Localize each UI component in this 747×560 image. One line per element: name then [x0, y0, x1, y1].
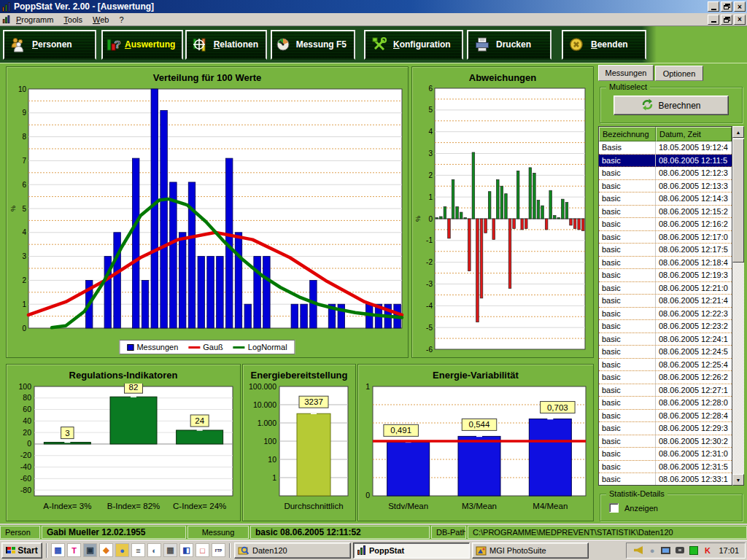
- scrollbar-down-button[interactable]: ▼: [732, 474, 744, 486]
- notepad-icon[interactable]: ≡: [131, 543, 145, 557]
- mdi-close-button[interactable]: ×: [734, 15, 746, 25]
- camera-icon[interactable]: [674, 545, 685, 556]
- table-row[interactable]: basic08.06.2005 12:31:5: [599, 461, 732, 474]
- menu-help[interactable]: ?: [114, 15, 128, 25]
- terminal-icon[interactable]: ▣: [83, 543, 97, 557]
- table-row[interactable]: basic08.06.2005 12:24:1: [599, 333, 732, 346]
- services-icon[interactable]: ●: [646, 545, 657, 556]
- cell-datum-zeit: 08.06.2005 12:17:0: [656, 231, 732, 244]
- table-row[interactable]: basic08.06.2005 12:18:4: [599, 257, 732, 270]
- table-row[interactable]: basic08.06.2005 12:22:3: [599, 308, 732, 321]
- mdi-restore-button[interactable]: [721, 15, 732, 25]
- berechnen-button[interactable]: Berechnen: [614, 96, 729, 115]
- cell-bezeichnung: basic: [599, 346, 656, 358]
- statistik-details-label: Statistik-Details: [606, 489, 667, 498]
- mdi-minimize-button[interactable]: [708, 15, 719, 25]
- cell-datum-zeit: 08.06.2005 12:26:2: [656, 371, 732, 384]
- ftp-icon[interactable]: FTP: [212, 543, 225, 557]
- svg-text:0: 0: [365, 491, 370, 499]
- table-row[interactable]: basic08.06.2005 12:25:4: [599, 359, 732, 372]
- desktop-icon[interactable]: ▦: [51, 543, 65, 557]
- svg-text:Stdv/Mean: Stdv/Mean: [388, 502, 428, 510]
- t-online-icon[interactable]: T: [67, 543, 81, 557]
- table-row[interactable]: basic08.06.2005 12:17:0: [599, 231, 732, 244]
- toolbar-button-messung[interactable]: Messung F5: [271, 30, 355, 60]
- sync-icon[interactable]: ◐: [147, 543, 161, 557]
- scrollbar-up-button[interactable]: ▲: [732, 126, 744, 138]
- table-row[interactable]: basic08.06.2005 12:16:2: [599, 218, 732, 231]
- cell-datum-zeit: 18.05.2005 19:12:4: [656, 141, 732, 154]
- close-button[interactable]: ×: [734, 1, 746, 12]
- calculator-icon[interactable]: ▦: [163, 543, 177, 557]
- toolbar-button-konfiguration[interactable]: Konfiguration: [364, 30, 463, 60]
- table-row[interactable]: basic08.06.2005 12:19:3: [599, 269, 732, 282]
- cell-datum-zeit: 08.06.2005 12:24:5: [656, 346, 732, 358]
- display-icon[interactable]: □: [196, 543, 209, 557]
- cell-bezeichnung: basic: [599, 371, 656, 384]
- column-header-datum-zeit[interactable]: Datum, Zeit: [656, 127, 732, 141]
- table-row[interactable]: basic08.06.2005 12:14:3: [599, 192, 732, 206]
- menu-web[interactable]: Web: [88, 15, 114, 25]
- poppstat-task-icon: [357, 545, 366, 555]
- verteilung-legend: Messungen Gauß LogNormal: [119, 340, 295, 354]
- clock[interactable]: 17:01: [719, 546, 739, 555]
- table-row[interactable]: basic08.06.2005 12:13:3: [599, 180, 732, 193]
- chart-question-icon: ?: [106, 36, 122, 53]
- toolbar-button-auswertung[interactable]: ? Auswertung: [101, 30, 183, 60]
- tab-optionen[interactable]: Optionen: [655, 66, 703, 81]
- toolbar-button-personen[interactable]: Personen: [3, 30, 96, 60]
- cell-datum-zeit: 08.06.2005 12:30:2: [656, 435, 732, 448]
- toolbar-label-beenden: Beenden: [591, 39, 628, 50]
- table-row[interactable]: basic08.06.2005 12:11:5: [599, 155, 732, 168]
- table-row[interactable]: basic08.06.2005 12:24:5: [599, 346, 732, 359]
- restore-icon: [724, 4, 730, 9]
- anzeigen-checkbox[interactable]: [609, 503, 619, 513]
- column-header-bezeichnung[interactable]: Bezeichnung: [599, 127, 656, 141]
- start-button[interactable]: Start: [1, 542, 42, 559]
- cell-datum-zeit: 08.06.2005 12:24:1: [656, 333, 732, 346]
- task-button-daten120[interactable]: Daten120: [234, 542, 351, 559]
- table-row[interactable]: basic08.06.2005 12:15:2: [599, 206, 732, 219]
- table-row[interactable]: basic08.06.2005 12:23:2: [599, 320, 732, 333]
- app-icon: [1, 2, 11, 12]
- cell-datum-zeit: 08.06.2005 12:31:0: [656, 448, 732, 460]
- table-row[interactable]: basic08.06.2005 12:31:0: [599, 448, 732, 461]
- table-row[interactable]: basic08.06.2005 12:30:2: [599, 435, 732, 448]
- task-button-poppstat[interactable]: PoppStat: [353, 542, 470, 559]
- minimize-button[interactable]: [708, 1, 719, 12]
- table-scrollbar[interactable]: ▲ ▼: [732, 126, 744, 486]
- search-folder-icon[interactable]: ●: [115, 543, 129, 557]
- table-row[interactable]: basic08.06.2005 12:28:0: [599, 397, 732, 410]
- status-green-icon[interactable]: [688, 545, 699, 556]
- scrollbar-thumb[interactable]: [732, 139, 744, 262]
- table-row[interactable]: basic08.06.2005 12:21:4: [599, 295, 732, 308]
- table-row[interactable]: basic08.06.2005 12:21:0: [599, 282, 732, 295]
- display-settings-icon[interactable]: [660, 545, 671, 556]
- table-row[interactable]: basic08.06.2005 12:17:5: [599, 244, 732, 257]
- media-icon[interactable]: ◆: [99, 543, 113, 557]
- toolbar-button-drucken[interactable]: Drucken: [467, 30, 551, 60]
- svg-text:3: 3: [428, 149, 433, 158]
- restore-button[interactable]: [721, 1, 732, 12]
- windows-logo-icon: [6, 547, 15, 553]
- tab-messungen[interactable]: Messungen: [598, 65, 654, 81]
- table-row[interactable]: basic08.06.2005 12:12:3: [599, 167, 732, 180]
- cell-datum-zeit: 08.06.2005 12:12:3: [656, 167, 732, 179]
- svg-text:10: 10: [268, 455, 276, 464]
- title-bar: PoppStat Ver. 2.00 - [Auswertung] ×: [0, 0, 747, 13]
- svg-text:60: 60: [23, 405, 31, 413]
- address-book-icon[interactable]: ◧: [179, 543, 193, 557]
- menu-tools[interactable]: Tools: [58, 15, 88, 25]
- table-row[interactable]: basic08.06.2005 12:27:1: [599, 384, 732, 397]
- table-row[interactable]: Basis18.05.2005 19:12:4: [599, 141, 732, 155]
- toolbar-button-relationen[interactable]: Relationen: [185, 30, 267, 60]
- task-button-photosuite[interactable]: MGI PhotoSuite: [472, 542, 589, 559]
- volume-icon[interactable]: [632, 545, 643, 556]
- table-row[interactable]: basic08.06.2005 12:29:3: [599, 422, 732, 435]
- table-row[interactable]: basic08.06.2005 12:26:2: [599, 371, 732, 384]
- antivirus-k-icon[interactable]: K: [702, 545, 713, 556]
- toolbar-button-beenden[interactable]: Beenden: [562, 30, 646, 60]
- menu-programm[interactable]: Programm: [11, 15, 58, 25]
- table-row[interactable]: basic08.06.2005 12:28:4: [599, 410, 732, 423]
- table-row[interactable]: basic08.06.2005 12:33:1: [599, 473, 732, 486]
